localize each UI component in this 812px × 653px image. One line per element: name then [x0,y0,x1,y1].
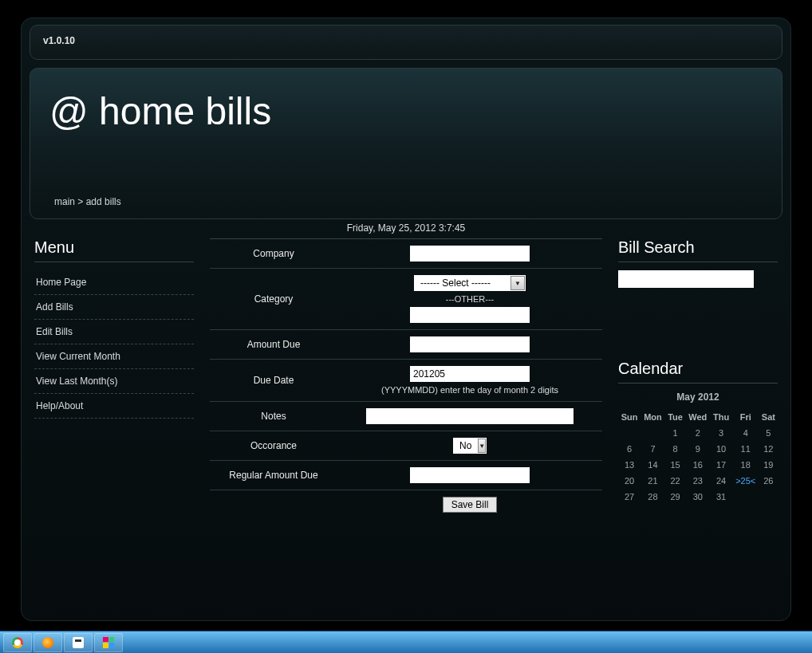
amount-due-input[interactable] [410,336,530,352]
calendar-day[interactable]: 30 [685,489,710,505]
regular-amount-input[interactable] [410,467,530,483]
taskbar-terminal-icon[interactable] [64,633,93,652]
due-date-hint: (YYYYMMDD) enter the day of month 2 digi… [337,385,602,395]
category-select[interactable]: ------ Select ------ ▼ [414,275,526,291]
sidebar: Menu Home Page Add Bills Edit Bills View… [34,238,202,519]
app-frame: v1.0.10 @ home bills main > add bills Fr… [21,18,791,621]
bill-search-input[interactable] [618,270,754,288]
calendar-day[interactable]: 17 [710,457,731,473]
calendar-dow: Sat [759,409,778,425]
label-company: Company [210,248,337,259]
calendar-dow: Fri [732,409,759,425]
chevron-down-icon: ▼ [478,439,486,453]
calendar-day[interactable]: 11 [732,441,759,457]
calendar-day[interactable]: 1 [665,425,685,441]
calendar-day[interactable]: 31 [710,489,731,505]
calendar-day[interactable]: 26 [759,473,778,489]
calendar-day[interactable]: 23 [685,473,710,489]
calendar-day[interactable]: 5 [759,425,778,441]
title-panel: @ home bills main > add bills [30,68,782,219]
calendar-day[interactable]: 4 [732,425,759,441]
calendar-dow: Mon [641,409,665,425]
main-form: Company Category ------ Select ------ ▼ … [202,238,610,519]
chevron-down-icon: ▼ [510,276,525,290]
taskbar-firefox-icon[interactable] [34,633,62,652]
taskbar [0,631,812,653]
label-due-date: Due Date [210,375,337,386]
calendar-day[interactable]: 28 [641,489,665,505]
label-notes: Notes [210,411,337,422]
calendar-day[interactable]: 12 [759,441,778,457]
menu-item-home[interactable]: Home Page [34,270,194,295]
calendar-day[interactable]: 16 [685,457,710,473]
menu-title: Menu [34,238,194,262]
calendar-dow: Thu [710,409,731,425]
calendar-day[interactable]: >25< [732,473,759,489]
calendar-day [759,489,778,505]
version-label: v1.0.10 [43,35,75,46]
category-other-label: ---OTHER--- [337,294,602,304]
breadcrumb: main > add bills [54,196,121,207]
notes-input[interactable] [366,408,574,424]
occurance-select[interactable]: No ▼ [453,438,487,454]
calendar-day[interactable]: 2 [685,425,710,441]
version-bar: v1.0.10 [30,25,782,60]
search-title: Bill Search [618,238,778,262]
label-occurance: Occorance [210,440,337,451]
calendar-table: SunMonTueWedThuFriSat 123456789101112131… [618,409,778,505]
taskbar-chrome-icon[interactable] [3,633,32,652]
label-regular-amount: Regular Amount Due [210,470,337,481]
calendar-day[interactable]: 6 [618,441,641,457]
menu-item-view-last[interactable]: View Last Month(s) [34,369,194,394]
calendar-day[interactable]: 20 [618,473,641,489]
calendar-day[interactable]: 22 [665,473,685,489]
calendar-day[interactable]: 24 [710,473,731,489]
calendar-dow: Wed [685,409,710,425]
calendar-day[interactable]: 8 [665,441,685,457]
company-input[interactable] [410,246,530,262]
calendar-day[interactable]: 3 [710,425,731,441]
label-amount-due: Amount Due [210,339,337,350]
calendar-day [641,425,665,441]
category-other-input[interactable] [410,307,530,323]
app-title: @ home bills [49,89,763,133]
calendar-day[interactable]: 13 [618,457,641,473]
calendar-month: May 2012 [618,391,778,403]
datetime: Friday, May 25, 2012 3:7:45 [30,222,782,234]
menu-item-help[interactable]: Help/About [34,394,194,419]
menu-item-edit-bills[interactable]: Edit Bills [34,320,194,344]
occurance-value: No [453,440,478,451]
menu-item-add-bills[interactable]: Add Bills [34,295,194,320]
calendar-day[interactable]: 29 [665,489,685,505]
calendar-day[interactable]: 18 [732,457,759,473]
label-category: Category [210,293,337,305]
calendar-day[interactable]: 19 [759,457,778,473]
calendar-dow: Tue [665,409,685,425]
calendar-day[interactable]: 9 [685,441,710,457]
calendar-dow-row: SunMonTueWedThuFriSat [618,409,778,425]
calendar-day[interactable]: 27 [618,489,641,505]
calendar-day[interactable]: 7 [641,441,665,457]
calendar-day[interactable]: 21 [641,473,665,489]
right-sidebar: Bill Search Calendar May 2012 SunMonTueW… [610,238,778,519]
menu-item-view-current[interactable]: View Current Month [34,344,194,369]
taskbar-apps-icon[interactable] [94,633,123,652]
calendar-day [618,425,641,441]
calendar-day[interactable]: 14 [641,457,665,473]
category-select-value: ------ Select ------ [414,277,497,289]
calendar-day [732,489,759,505]
due-date-input[interactable] [410,366,530,382]
menu-list: Home Page Add Bills Edit Bills View Curr… [34,270,194,419]
save-bill-button[interactable]: Save Bill [443,497,498,513]
calendar-day[interactable]: 15 [665,457,685,473]
calendar-day[interactable]: 10 [710,441,731,457]
calendar-title: Calendar [618,360,778,384]
calendar-dow: Sun [618,409,641,425]
